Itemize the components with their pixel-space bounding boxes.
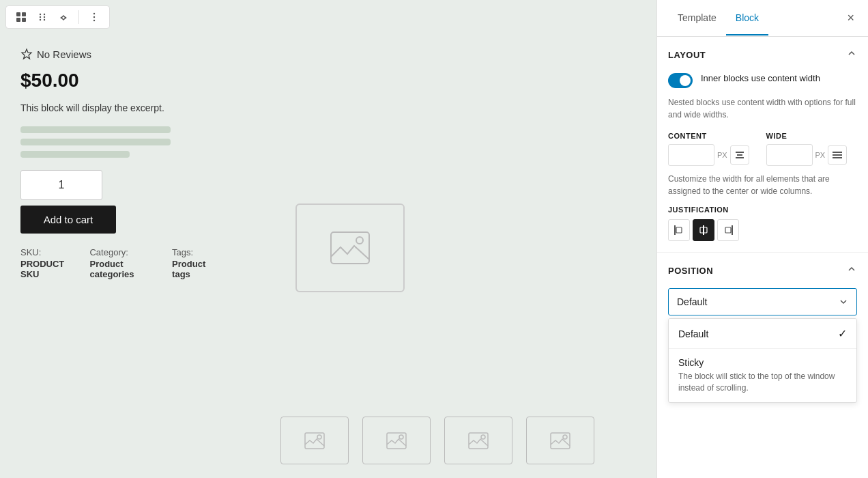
position-section-header: Position (668, 264, 857, 277)
toggle-row: Inner blocks use content width (668, 72, 857, 88)
product-content: No Reviews $50.00 This block will displa… (20, 48, 218, 279)
quantity-input[interactable]: 1 (20, 170, 102, 200)
svg-point-11 (93, 16, 95, 18)
svg-rect-14 (331, 232, 369, 264)
wide-width-input[interactable] (766, 144, 813, 166)
tags-meta: Tags: Product tags (172, 247, 218, 279)
reviews-section: No Reviews (20, 48, 218, 60)
svg-point-5 (44, 14, 45, 15)
block-type-button[interactable] (12, 9, 31, 25)
skeleton-line-1 (20, 126, 171, 133)
svg-rect-1 (22, 12, 26, 16)
panel-header: Template Block × (657, 0, 868, 37)
sku-meta: SKU: PRODUCT SKU (20, 247, 76, 279)
tab-template[interactable]: Template (668, 1, 726, 36)
position-dropdown-menu: Default ✓ Sticky The block will stick to… (668, 318, 857, 403)
align-full-icon (833, 150, 842, 160)
toggle-desc: Nested blocks use content width with opt… (668, 96, 857, 121)
justify-center-icon (698, 225, 709, 236)
layout-section: Layout Inner blocks use content width Ne… (657, 37, 868, 253)
thumbnails-row (218, 417, 656, 464)
svg-rect-31 (676, 227, 682, 233)
dropdown-option-default[interactable]: Default ✓ (669, 319, 856, 349)
svg-rect-29 (833, 157, 842, 158)
skeleton-line-2 (20, 139, 171, 145)
content-px-label: PX (717, 151, 727, 159)
more-icon (89, 12, 100, 23)
thumbnail-4 (526, 417, 594, 464)
svg-point-21 (481, 435, 485, 439)
checkmark-icon: ✓ (838, 327, 847, 340)
content-px-row: PX (668, 144, 760, 166)
position-dropdown[interactable]: Default (668, 288, 857, 315)
content-wide-row: CONTENT PX WIDE (668, 132, 857, 166)
position-chevron-icon[interactable] (846, 264, 857, 277)
justify-left-icon (674, 225, 684, 236)
svg-rect-27 (833, 152, 842, 153)
block-toolbar (5, 5, 110, 29)
svg-rect-25 (737, 154, 742, 156)
placeholder-icon (330, 231, 371, 265)
image-placeholder (295, 203, 405, 292)
wide-align-button[interactable] (828, 145, 847, 165)
wide-px-row: PX (766, 144, 858, 166)
align-center-icon (735, 150, 744, 160)
content-label: CONTENT (668, 132, 760, 140)
thumb-icon-2 (386, 432, 407, 449)
svg-rect-24 (736, 152, 744, 153)
svg-rect-30 (674, 225, 676, 235)
position-dropdown-value: Default (677, 296, 707, 307)
svg-point-17 (317, 435, 321, 439)
product-excerpt: This block will display the excerpt. (20, 101, 218, 115)
move-up-down-button[interactable] (54, 9, 73, 25)
svg-point-15 (356, 237, 363, 244)
svg-point-12 (93, 20, 95, 21)
customize-desc: Customize the width for all elements tha… (668, 173, 857, 197)
layout-section-header: Layout (668, 48, 857, 61)
svg-point-23 (563, 435, 567, 439)
thumb-icon-1 (304, 432, 325, 449)
justification-label: JUSTIFICATION (668, 206, 857, 214)
drag-button[interactable] (33, 10, 51, 25)
panel-tabs: Template Block (668, 1, 768, 36)
svg-point-8 (40, 19, 41, 20)
more-options-button[interactable] (85, 9, 104, 25)
close-button[interactable]: × (844, 8, 857, 28)
layout-chevron-icon[interactable] (846, 48, 857, 61)
tab-block[interactable]: Block (726, 1, 768, 36)
svg-point-4 (40, 14, 41, 15)
svg-rect-2 (16, 18, 20, 22)
svg-rect-0 (16, 12, 20, 16)
justification-buttons (668, 219, 857, 241)
svg-point-19 (399, 435, 403, 439)
svg-rect-34 (732, 225, 733, 235)
thumbnail-2 (362, 417, 431, 464)
content-align-button[interactable] (730, 145, 749, 165)
layout-title: Layout (668, 50, 706, 60)
justify-right-button[interactable] (717, 219, 739, 241)
thumbnail-3 (444, 417, 512, 464)
dropdown-chevron-icon (839, 297, 848, 307)
svg-rect-28 (833, 154, 842, 156)
skeleton-lines (20, 126, 218, 158)
svg-rect-32 (703, 225, 704, 235)
justify-center-button[interactable] (693, 219, 714, 241)
svg-rect-3 (22, 18, 26, 22)
svg-point-9 (44, 19, 45, 20)
dropdown-option-sticky[interactable]: Sticky The block will stick to the top o… (669, 349, 856, 402)
content-width-input[interactable] (668, 144, 714, 166)
product-price: $50.00 (20, 70, 218, 92)
svg-rect-35 (725, 227, 731, 233)
toolbar-divider (78, 10, 79, 24)
drag-icon (38, 12, 47, 22)
inner-blocks-toggle[interactable] (668, 73, 693, 88)
svg-rect-26 (736, 157, 744, 158)
wide-label: WIDE (766, 132, 858, 140)
justify-right-icon (723, 225, 734, 236)
thumbnail-1 (280, 417, 349, 464)
svg-point-6 (40, 16, 41, 18)
justify-left-button[interactable] (668, 219, 690, 241)
thumb-icon-3 (468, 432, 489, 449)
svg-point-7 (44, 16, 45, 18)
add-to-cart-button[interactable]: Add to cart (20, 206, 116, 234)
